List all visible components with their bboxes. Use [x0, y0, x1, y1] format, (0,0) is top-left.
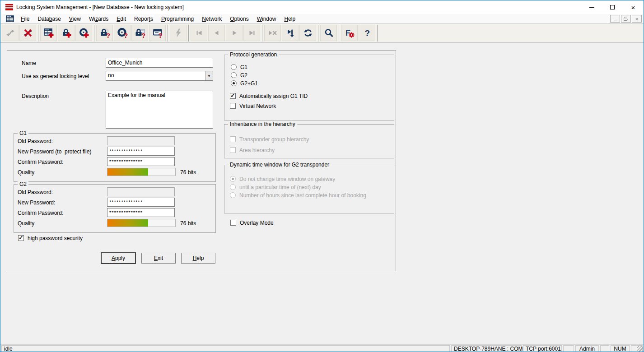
- menu-file[interactable]: File: [17, 14, 33, 24]
- toolbar-separator: [339, 25, 339, 42]
- read-card-icon: ?: [152, 28, 163, 38]
- mdi-minimize-button[interactable]: [610, 15, 620, 23]
- new-locking-system-button[interactable]: [40, 25, 57, 41]
- radio-icon: [231, 80, 237, 86]
- menu-programming[interactable]: Programming: [157, 14, 198, 24]
- menu-view[interactable]: View: [65, 14, 85, 24]
- name-label: Name: [22, 60, 36, 66]
- previous-record-button[interactable]: [208, 25, 225, 41]
- app-window: Locking System Management - [New Databas…: [0, 0, 644, 352]
- apply-button[interactable]: Apply: [101, 253, 135, 264]
- minimize-button[interactable]: [581, 0, 602, 14]
- connect-button[interactable]: [2, 25, 19, 41]
- g1-confirm-password-input[interactable]: [107, 157, 175, 166]
- resize-grip[interactable]: [637, 346, 643, 352]
- status-message: idle: [1, 345, 450, 352]
- virtual-network-label: Virtual Network: [239, 103, 276, 109]
- goto-record-button[interactable]: [282, 25, 299, 41]
- menu-wizards[interactable]: Wizards: [85, 14, 112, 24]
- protocol-g2-label: G2: [240, 72, 247, 79]
- g2-group: G2 Old Password: New Password: Confirm P…: [14, 184, 216, 233]
- toolbar-separator: [168, 25, 168, 42]
- maximize-button[interactable]: [602, 0, 623, 14]
- protocol-g1-radio[interactable]: G1: [231, 64, 247, 70]
- transponder-group-hierarchy-label: Transponder group hierarchy: [239, 136, 309, 143]
- area-hierarchy-checkbox: Area hierarchy: [230, 147, 275, 153]
- toolbar-separator: [377, 25, 378, 42]
- high-password-security-checkbox[interactable]: high password security: [18, 235, 83, 241]
- description-textarea[interactable]: Example for the manual: [106, 91, 213, 129]
- g1-confirm-password-label: Confirm Password:: [18, 159, 63, 165]
- help-dialog-button[interactable]: Help: [181, 253, 215, 264]
- menu-options[interactable]: Options: [226, 14, 252, 24]
- toolbar-separator: [188, 25, 189, 42]
- g1-group: G1 Old Password: New Password (to protec…: [14, 133, 216, 182]
- protocol-g2g1-radio[interactable]: G2+G1: [231, 80, 258, 87]
- new-locking-system-icon: [43, 28, 54, 38]
- first-record-icon: [194, 28, 205, 38]
- toolbar: ? ? ? ?: [0, 24, 644, 42]
- radio-icon: [230, 184, 236, 190]
- mdi-close-button[interactable]: ×: [632, 15, 642, 23]
- dropdown-arrow-icon[interactable]: ▼: [205, 71, 213, 80]
- g1-quality-bits: 76 bits: [180, 169, 196, 176]
- new-lock-button[interactable]: [58, 25, 75, 41]
- next-record-button[interactable]: [226, 25, 243, 41]
- until-particular-time-label: until a particular time of (next) day: [239, 184, 321, 190]
- connect-icon: [5, 28, 16, 38]
- general-locking-level-select[interactable]: no ▼: [106, 71, 213, 81]
- menu-reports[interactable]: Reports: [130, 14, 157, 24]
- close-icon: ×: [631, 4, 635, 11]
- g1-quality-bar: [107, 168, 176, 176]
- g2-quality-bits: 76 bits: [180, 220, 196, 227]
- status-blank-2: [600, 345, 609, 352]
- g2-confirm-password-input[interactable]: [107, 208, 175, 217]
- overlay-mode-label: Overlay Mode: [240, 220, 274, 226]
- inheritance-title: Inheritance in the hierarchy: [228, 121, 297, 127]
- menu-network[interactable]: Network: [198, 14, 226, 24]
- read-lock-button[interactable]: ?: [96, 25, 113, 41]
- cancel-navigation-button[interactable]: [264, 25, 281, 41]
- menu-database[interactable]: Database: [33, 14, 65, 24]
- g2-new-password-input[interactable]: [107, 198, 175, 207]
- auto-assign-g1-tid-checkbox[interactable]: Automatically assign G1 TID: [230, 93, 308, 99]
- new-transponder-button[interactable]: [75, 25, 92, 41]
- virtual-network-checkbox[interactable]: Virtual Network: [230, 103, 276, 109]
- svg-text:?: ?: [364, 28, 370, 38]
- read-mifare-lock-button[interactable]: ?: [131, 25, 148, 41]
- next-record-icon: [229, 28, 240, 38]
- lightning-icon: [173, 28, 184, 38]
- disconnect-button[interactable]: [19, 25, 36, 41]
- protocol-g2-radio[interactable]: G2: [231, 72, 247, 79]
- last-record-button[interactable]: [243, 25, 260, 41]
- search-button[interactable]: [320, 25, 337, 41]
- disconnect-icon: [23, 28, 33, 38]
- checkbox-icon: [230, 147, 236, 153]
- g1-new-password-input[interactable]: [107, 147, 175, 156]
- first-record-button[interactable]: [191, 25, 207, 41]
- g2-quality-label: Quality: [18, 220, 34, 227]
- menu-window[interactable]: Window: [253, 14, 280, 24]
- menu-help[interactable]: Help: [280, 14, 299, 24]
- description-label: Description: [22, 93, 49, 99]
- read-transponder-button[interactable]: ?: [114, 25, 131, 41]
- locking-system-properties-panel: Name Use as general locking level no ▼ D…: [7, 50, 396, 271]
- status-blank-1: [563, 345, 574, 352]
- read-card-button[interactable]: ?: [149, 25, 166, 41]
- radio-icon: [230, 192, 236, 198]
- close-button[interactable]: ×: [623, 0, 644, 14]
- mdi-client-area: Name Use as general locking level no ▼ D…: [0, 42, 644, 344]
- document-system-icon[interactable]: [6, 15, 14, 22]
- overlay-mode-checkbox[interactable]: Overlay Mode: [230, 220, 274, 226]
- name-input[interactable]: [106, 58, 213, 68]
- mdi-restore-button[interactable]: [621, 15, 631, 23]
- protocol-g1-label: G1: [240, 64, 247, 70]
- program-button[interactable]: [170, 25, 187, 41]
- filter-settings-icon: F: [344, 28, 355, 38]
- help-button[interactable]: ?: [359, 25, 375, 41]
- refresh-button[interactable]: [299, 25, 316, 41]
- radio-icon: [231, 72, 237, 78]
- exit-button[interactable]: Exit: [141, 253, 176, 264]
- filter-settings-button[interactable]: F: [341, 25, 358, 41]
- menu-edit[interactable]: Edit: [112, 14, 130, 24]
